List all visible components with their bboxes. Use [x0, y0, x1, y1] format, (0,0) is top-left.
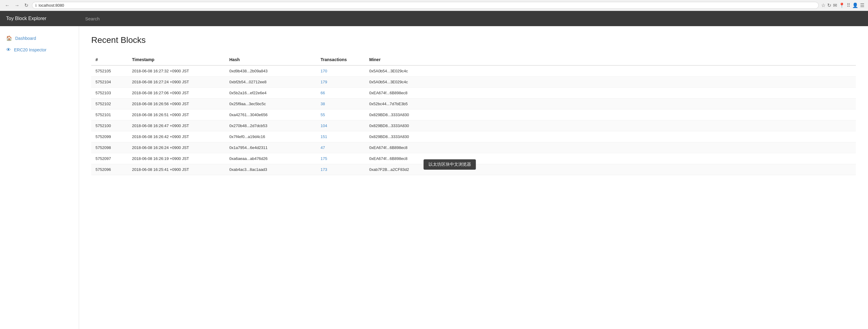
top-nav: Toy Block Explorer — [0, 11, 868, 26]
table-body: 57521052018-06-08 16:27:32 +0900 JST0xd9… — [91, 65, 856, 175]
cell-transactions[interactable]: 55 — [316, 109, 365, 121]
cell-block-number: 5752102 — [91, 99, 128, 109]
cell-timestamp: 2018-06-08 16:27:06 +0900 JST — [128, 88, 225, 99]
back-button[interactable]: ← — [4, 2, 11, 9]
cell-miner: 0xEA674f...6B898ec8 — [365, 153, 856, 164]
cell-transactions[interactable]: 66 — [316, 88, 365, 99]
cell-miner: 0x829BD8...3333A830 — [365, 109, 856, 121]
cell-hash: 0x1a7954...6e4d2311 — [225, 142, 316, 153]
cell-hash: 0x5b2a16...ef22e6e4 — [225, 88, 316, 99]
blocks-table: # Timestamp Hash Transactions Miner 5752… — [91, 54, 856, 175]
transaction-count-link[interactable]: 173 — [320, 167, 327, 172]
sidebar: 🏠 Dashboard 👁 ERC20 Inspector — [0, 26, 79, 329]
content-wrapper: 🏠 Dashboard 👁 ERC20 Inspector Recent Blo… — [0, 26, 868, 329]
user-icon[interactable]: 👤 — [852, 2, 858, 8]
cell-hash: 0xbf2b54...02712ee8 — [225, 77, 316, 88]
cell-timestamp: 2018-06-08 16:25:41 +0900 JST — [128, 164, 225, 175]
cell-block-number: 5752105 — [91, 65, 128, 77]
cell-hash: 0x270b48...2d7dcb53 — [225, 121, 316, 131]
cell-transactions[interactable]: 170 — [316, 65, 365, 77]
bookmark-button[interactable]: ☆ — [821, 2, 826, 8]
transaction-count-link[interactable]: 179 — [320, 80, 327, 84]
cell-miner: 0x52bc44...7d7bE3b5 — [365, 99, 856, 109]
cell-hash: 0xa6aeaa...ab476d26 — [225, 153, 316, 164]
col-header-miner: Miner — [365, 54, 856, 65]
cell-timestamp: 2018-06-08 16:26:24 +0900 JST — [128, 142, 225, 153]
cell-hash: 0x7f4ef0...a19d4c16 — [225, 131, 316, 142]
col-header-transactions: Transactions — [316, 54, 365, 65]
cell-transactions[interactable]: 104 — [316, 121, 365, 131]
forward-button[interactable]: → — [13, 2, 21, 9]
cell-transactions[interactable]: 179 — [316, 77, 365, 88]
cell-miner: 0xEA674f...6B898ec8 — [365, 142, 856, 153]
transaction-count-link[interactable]: 170 — [320, 69, 327, 73]
cell-miner: 0xEA674f...6B898ec8 — [365, 88, 856, 99]
eye-icon: 👁 — [6, 47, 11, 53]
table-row: 57520972018-06-08 16:26:19 +0900 JST0xa6… — [91, 153, 856, 164]
cell-miner: 0x5A0b54...3E029c4c — [365, 77, 856, 88]
sidebar-dashboard-label: Dashboard — [15, 36, 36, 41]
search-input[interactable] — [85, 16, 862, 21]
cell-timestamp: 2018-06-08 16:26:51 +0900 JST — [128, 109, 225, 121]
cell-miner: 0xab7F2B...a2CF83d2 — [365, 164, 856, 175]
cell-block-number: 5752103 — [91, 88, 128, 99]
header-row: # Timestamp Hash Transactions Miner — [91, 54, 856, 65]
location-icon[interactable]: 📍 — [839, 2, 845, 8]
cell-transactions[interactable]: 38 — [316, 99, 365, 109]
cell-transactions[interactable]: 175 — [316, 153, 365, 164]
table-row: 57520962018-06-08 16:25:41 +0900 JST0xab… — [91, 164, 856, 175]
transaction-count-link[interactable]: 55 — [320, 112, 325, 117]
reload-button[interactable]: ↻ — [23, 2, 30, 9]
transaction-count-link[interactable]: 66 — [320, 91, 325, 95]
browser-bar: ← → ↻ ℹ localhost:8080 ☆ ↻ ✉ 📍 ⠿ 👤 ☰ — [0, 0, 868, 11]
app-title: Toy Block Explorer — [6, 16, 85, 21]
transaction-count-link[interactable]: 104 — [320, 124, 327, 128]
cell-miner: 0x829BD8...3333A830 — [365, 121, 856, 131]
table-header: # Timestamp Hash Transactions Miner — [91, 54, 856, 65]
sidebar-item-erc20[interactable]: 👁 ERC20 Inspector — [0, 44, 79, 56]
cell-hash: 0xab4ac3...8ac1aad3 — [225, 164, 316, 175]
cell-timestamp: 2018-06-08 16:26:19 +0900 JST — [128, 153, 225, 164]
transaction-count-link[interactable]: 47 — [320, 145, 325, 150]
cell-transactions[interactable]: 47 — [316, 142, 365, 153]
cell-timestamp: 2018-06-08 16:26:47 +0900 JST — [128, 121, 225, 131]
table-row: 57520982018-06-08 16:26:24 +0900 JST0x1a… — [91, 142, 856, 153]
table-row: 57520992018-06-08 16:26:42 +0900 JST0x7f… — [91, 131, 856, 142]
transaction-count-link[interactable]: 151 — [320, 134, 327, 139]
cell-timestamp: 2018-06-08 16:27:24 +0900 JST — [128, 77, 225, 88]
cell-block-number: 5752098 — [91, 142, 128, 153]
transaction-count-link[interactable]: 175 — [320, 156, 327, 161]
table-row: 57521032018-06-08 16:27:06 +0900 JST0x5b… — [91, 88, 856, 99]
app-wrapper: Toy Block Explorer 🏠 Dashboard 👁 ERC20 I… — [0, 11, 868, 329]
menu-icon[interactable]: ☰ — [860, 2, 864, 8]
cell-miner: 0x5A0b54...3E029c4c — [365, 65, 856, 77]
cell-transactions[interactable]: 151 — [316, 131, 365, 142]
mail-icon[interactable]: ✉ — [833, 2, 837, 8]
table-row: 57521012018-06-08 16:26:51 +0900 JST0xa4… — [91, 109, 856, 121]
cell-hash: 0x25f9aa...3ec5bc5c — [225, 99, 316, 109]
lock-icon: ℹ — [35, 3, 37, 8]
cell-block-number: 5752099 — [91, 131, 128, 142]
main-content: Recent Blocks # Timestamp Hash Transacti… — [79, 26, 868, 329]
browser-actions: ☆ ↻ ✉ 📍 ⠿ 👤 ☰ — [821, 2, 864, 8]
cell-timestamp: 2018-06-08 16:26:42 +0900 JST — [128, 131, 225, 142]
sidebar-item-dashboard[interactable]: 🏠 Dashboard — [0, 32, 79, 44]
refresh-button[interactable]: ↻ — [827, 2, 831, 8]
transaction-count-link[interactable]: 38 — [320, 102, 325, 106]
cell-block-number: 5752104 — [91, 77, 128, 88]
cell-block-number: 5752100 — [91, 121, 128, 131]
cell-block-number: 5752101 — [91, 109, 128, 121]
cell-transactions[interactable]: 173 — [316, 164, 365, 175]
home-icon: 🏠 — [6, 35, 12, 41]
grid-icon[interactable]: ⠿ — [847, 2, 850, 8]
table-row: 57521042018-06-08 16:27:24 +0900 JST0xbf… — [91, 77, 856, 88]
table-row: 57521022018-06-08 16:26:56 +0900 JST0x25… — [91, 99, 856, 109]
cell-block-number: 5752097 — [91, 153, 128, 164]
sidebar-erc20-label: ERC20 Inspector — [14, 47, 46, 52]
url-bar[interactable]: ℹ localhost:8080 — [32, 2, 819, 9]
url-text: localhost:8080 — [39, 3, 815, 8]
table-row: 57521002018-06-08 16:26:47 +0900 JST0x27… — [91, 121, 856, 131]
col-header-number: # — [91, 54, 128, 65]
page-title: Recent Blocks — [91, 35, 856, 45]
cell-timestamp: 2018-06-08 16:26:56 +0900 JST — [128, 99, 225, 109]
